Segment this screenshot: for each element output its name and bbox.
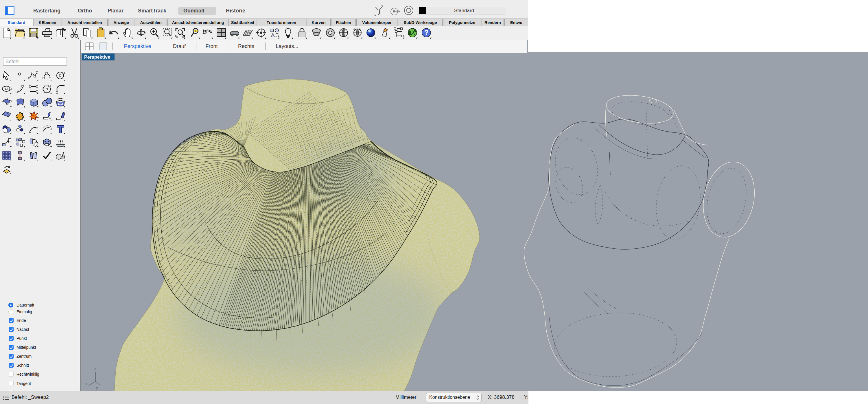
svg-text:z: z (94, 366, 96, 371)
svg-text:Perspektive: Perspektive (84, 55, 110, 60)
svg-text:x: x (85, 381, 88, 386)
svg-text:?: ? (424, 29, 429, 36)
svg-text:y: y (96, 385, 98, 390)
